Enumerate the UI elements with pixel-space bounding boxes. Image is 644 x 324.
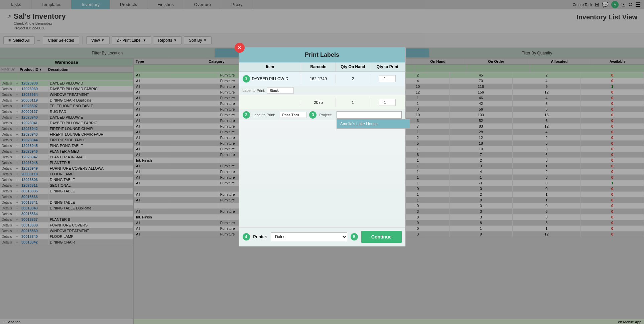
label-to-print-label-2: Label to Print: <box>253 113 275 117</box>
item-name-1: DAYBED PILLOW D <box>252 76 288 81</box>
label-to-print-input-2[interactable] <box>280 112 306 118</box>
modal-body: Item Barcode Qty On Hand Qty to Print 1 … <box>239 62 405 227</box>
modal-col-item: Item <box>239 62 301 71</box>
dropdown-item-amelia[interactable]: Amelia's Lake House <box>337 120 410 128</box>
qty-to-print-input-1[interactable] <box>379 75 396 82</box>
badge-1: 1 <box>243 75 250 83</box>
modal-item-row-1: 1 DAYBED PILLOW D 162-1749 2 Label to Pr… <box>239 71 405 95</box>
modal-footer: 4 Printer: Dales 5 Continue <box>239 227 405 246</box>
item-qty-on-hand-2: 1 <box>336 98 370 107</box>
item-qty-to-print-1 <box>370 73 405 84</box>
qty-to-print-input-2[interactable] <box>379 99 396 106</box>
item-barcode-1: 162-1749 <box>301 74 336 83</box>
modal-title: Print Labels <box>239 47 405 62</box>
printer-label: Printer: <box>253 234 268 239</box>
badge-2: 2 <box>243 111 250 119</box>
project-input[interactable] <box>337 111 402 119</box>
pass-thru-row: 2 Label to Print: 3 Project: Amelia's La… <box>239 110 405 120</box>
modal-table-header: Item Barcode Qty On Hand Qty to Print <box>239 62 405 71</box>
item-qty-on-hand-1: 2 <box>336 74 370 83</box>
continue-button[interactable]: Continue <box>361 231 402 243</box>
modal-close-button[interactable]: × <box>235 43 245 53</box>
label-to-print-label-1: Label to Print: <box>243 89 265 93</box>
badge-3: 3 <box>309 111 316 119</box>
modal-overlay: × Print Labels Item Barcode Qty On Hand … <box>0 0 644 324</box>
print-labels-modal: × Print Labels Item Barcode Qty On Hand … <box>239 47 406 247</box>
badge-4: 4 <box>243 233 250 240</box>
project-dropdown-list: Amelia's Lake House <box>337 119 410 129</box>
item-qty-to-print-2 <box>370 97 405 108</box>
label-to-print-row-1: Label to Print: <box>239 86 405 95</box>
printer-select[interactable]: Dales <box>271 232 347 241</box>
label-to-print-input-1[interactable] <box>267 88 294 94</box>
modal-col-qty-on-hand: Qty On Hand <box>336 62 370 71</box>
badge-5: 5 <box>351 233 358 240</box>
project-field-label: Project: <box>319 113 332 117</box>
project-dropdown-container: Amelia's Lake House <box>337 111 402 119</box>
modal-col-barcode: Barcode <box>301 62 336 71</box>
modal-item-row-2: 2075 1 2 Label to Print: 3 Project: <box>239 95 405 120</box>
item-barcode-2: 2075 <box>301 98 336 107</box>
modal-empty-area <box>239 120 405 227</box>
modal-col-qty-to-print: Qty to Print <box>370 62 405 71</box>
